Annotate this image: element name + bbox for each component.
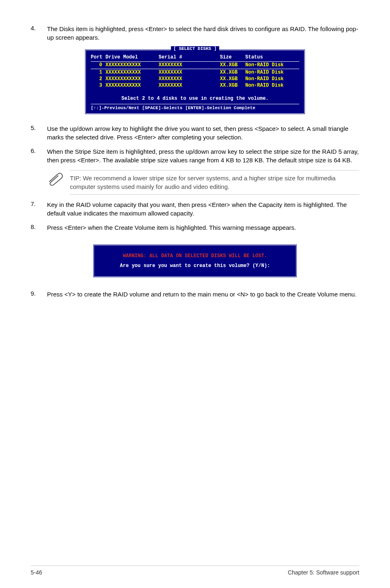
step-text: Key in the RAID volume capacity that you… <box>47 200 359 218</box>
step-number: 6. <box>31 147 47 164</box>
bios-header-row: Port Drive Model Serial # Size Status <box>91 54 299 60</box>
bios-cell-status: Non-RAID Disk <box>245 76 299 82</box>
bios-cell-port: 2 <box>91 76 105 82</box>
bios-cell-model: XXXXXXXXXXXX <box>105 83 159 88</box>
divider <box>91 69 299 69</box>
bios-cell-model: XXXXXXXXXXXX <box>105 62 159 68</box>
divider <box>91 61 299 62</box>
bios-header-serial: Serial # <box>159 54 220 60</box>
bios-key-hints: [↑↓]-Previous/Next [SPACE]-Selects [ENTE… <box>91 104 299 112</box>
bios-cell-status: Non-RAID Disk <box>245 62 299 68</box>
warning-text: WARNING: ALL DATA ON SELECTED DISKS WILL… <box>101 251 289 261</box>
tip-block: TIP: We recommend a lower stripe size fo… <box>47 170 359 195</box>
bios-cell-status: Non-RAID Disk <box>245 70 299 75</box>
bios-disk-row: 1 XXXXXXXXXXXX XXXXXXXX XX.XGB Non-RAID … <box>91 70 299 75</box>
bios-cell-model: XXXXXXXXXXXX <box>105 76 159 82</box>
bios-cell-size: XX.XGB <box>220 76 245 82</box>
step-5: 5. Use the up/down arrow key to highligh… <box>31 124 359 141</box>
bios-header-port: Port <box>91 54 105 60</box>
step-text: Press <Y> to create the RAID volume and … <box>47 290 359 298</box>
bios-cell-size: XX.XGB <box>220 70 245 75</box>
bios-title: [ SELECT DISKS ] <box>171 46 219 51</box>
step-7: 7. Key in the RAID volume capacity that … <box>31 200 359 218</box>
page-number: 5-46 <box>31 569 42 576</box>
step-9: 9. Press <Y> to create the RAID volume a… <box>31 290 359 298</box>
bios-cell-serial: XXXXXXXX <box>159 76 220 82</box>
bios-instruction: Select 2 to 4 disks to use in creating t… <box>91 89 299 104</box>
bios-warning-dialog: WARNING: ALL DATA ON SELECTED DISKS WILL… <box>93 244 297 278</box>
bios-cell-serial: XXXXXXXX <box>159 62 220 68</box>
bios-header-status: Status <box>245 54 299 60</box>
step-text: Use the up/down arrow key to highlight t… <box>47 124 359 141</box>
tip-text: TIP: We recommend a lower stripe size fo… <box>70 170 359 195</box>
page-footer: 5-46 Chapter 5: Software support <box>31 566 359 576</box>
step-number: 9. <box>31 290 47 298</box>
bios-cell-model: XXXXXXXXXXXX <box>105 70 159 75</box>
bios-cell-serial: XXXXXXXX <box>159 83 220 88</box>
confirmation-prompt: Are you sure you want to create this vol… <box>101 261 289 271</box>
bios-header-size: Size <box>220 54 245 60</box>
paperclip-icon <box>47 173 63 186</box>
bios-disk-row: 0 XXXXXXXXXXXX XXXXXXXX XX.XGB Non-RAID … <box>91 62 299 68</box>
bios-disk-row: 3 XXXXXXXXXXXX XXXXXXXX XX.XGB Non-RAID … <box>91 83 299 88</box>
bios-header-model: Drive Model <box>105 54 159 60</box>
step-text: Press <Enter> when the Create Volume ite… <box>47 223 359 232</box>
bios-select-disks-panel: [ SELECT DISKS ] Port Drive Model Serial… <box>85 49 305 114</box>
step-number: 5. <box>31 124 47 141</box>
chapter-title: Chapter 5: Software support <box>288 569 359 576</box>
step-number: 8. <box>31 223 47 232</box>
bios-cell-status: Non-RAID Disk <box>245 83 299 88</box>
step-8: 8. Press <Enter> when the Create Volume … <box>31 223 359 232</box>
bios-content: Port Drive Model Serial # Size Status 0 … <box>86 50 304 113</box>
step-text: The Disks item is highlighted, press <En… <box>47 25 359 42</box>
bios-cell-port: 0 <box>91 62 105 68</box>
bios-cell-size: XX.XGB <box>220 83 245 88</box>
bios-cell-size: XX.XGB <box>220 62 245 68</box>
bios-cell-port: 3 <box>91 83 105 88</box>
step-6: 6. When the Stripe Size item is highligh… <box>31 147 359 164</box>
step-number: 7. <box>31 200 47 218</box>
bios-disk-row: 2 XXXXXXXXXXXX XXXXXXXX XX.XGB Non-RAID … <box>91 76 299 82</box>
bios-cell-serial: XXXXXXXX <box>159 70 220 75</box>
step-4: 4. The Disks item is highlighted, press … <box>31 25 359 42</box>
step-text: When the Stripe Size item is highlighted… <box>47 147 359 164</box>
bios-cell-port: 1 <box>91 70 105 75</box>
step-number: 4. <box>31 25 47 42</box>
